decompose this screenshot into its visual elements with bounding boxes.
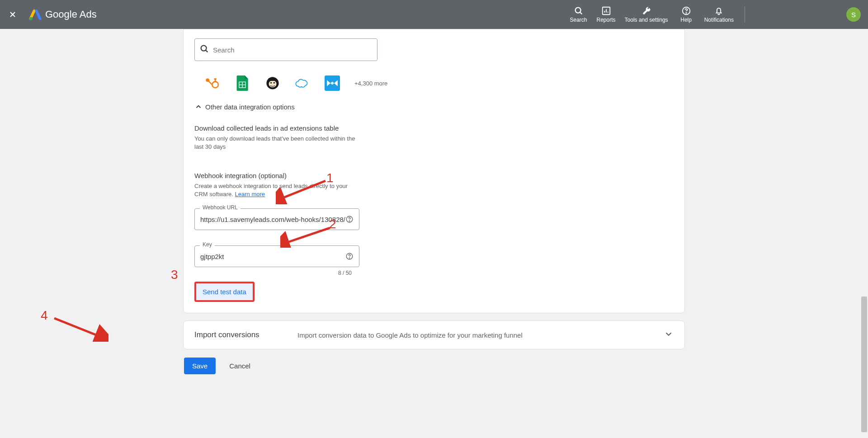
wrench-icon <box>642 6 651 16</box>
integration-icons: +4,300 more <box>205 75 674 91</box>
other-options-label: Other data integration options <box>205 103 295 111</box>
webhook-desc: Create a webhook integration to send lea… <box>194 182 357 198</box>
download-leads-desc: You can only download leads that've been… <box>194 135 357 151</box>
google-ads-logo-icon <box>29 8 42 21</box>
product-logo[interactable]: Google Ads <box>29 8 97 21</box>
integration-search-input[interactable] <box>213 46 373 54</box>
webhook-key-input[interactable] <box>200 253 345 260</box>
mailchimp-icon[interactable] <box>265 75 280 91</box>
import-conversions-desc: Import conversion data to Google Ads to … <box>297 331 664 339</box>
header-tools: Search Reports Tools and settings Help N… <box>570 6 734 23</box>
more-integrations-text[interactable]: +4,300 more <box>354 80 387 87</box>
svg-point-5 <box>201 46 207 51</box>
svg-point-11 <box>270 82 272 83</box>
help-icon[interactable] <box>345 215 354 223</box>
send-test-data-button[interactable]: Send test data <box>196 283 253 300</box>
svg-point-1 <box>575 8 580 13</box>
svg-point-15 <box>349 221 349 221</box>
other-options-toggle[interactable]: Other data integration options <box>194 103 674 111</box>
webhook-url-input[interactable] <box>200 216 345 223</box>
vertical-scrollbar[interactable] <box>860 29 868 438</box>
import-conversions-section[interactable]: Import conversions Import conversion dat… <box>183 320 685 349</box>
header-search[interactable]: Search <box>570 6 588 23</box>
scrollbar-thumb[interactable] <box>861 297 867 432</box>
learn-more-link[interactable]: Learn more <box>235 191 265 198</box>
salesforce-icon[interactable] <box>295 75 310 91</box>
svg-point-7 <box>207 79 209 81</box>
help-icon[interactable] <box>345 252 354 260</box>
help-icon <box>681 6 691 16</box>
search-icon <box>574 6 584 16</box>
header-separator <box>745 6 745 23</box>
svg-point-6 <box>212 82 218 88</box>
form-footer: Save Cancel <box>183 358 685 374</box>
campaign-monitor-icon[interactable] <box>325 75 340 91</box>
svg-point-0 <box>29 17 33 20</box>
webhook-title: Webhook integration (optional) <box>194 172 674 179</box>
svg-point-4 <box>686 13 686 13</box>
chevron-down-icon <box>664 329 674 341</box>
webhook-url-label: Webhook URL <box>200 204 241 211</box>
webhook-url-field: Webhook URL <box>194 208 359 230</box>
lead-form-card: +4,300 more Other data integration optio… <box>183 29 685 313</box>
svg-point-12 <box>274 82 275 83</box>
bell-icon <box>714 6 724 16</box>
save-button[interactable]: Save <box>184 358 216 374</box>
webhook-key-field: Key <box>194 245 359 267</box>
search-icon <box>199 44 209 56</box>
header-tools-settings[interactable]: Tools and settings <box>625 6 668 23</box>
key-char-counter: 8 / 50 <box>194 270 352 276</box>
product-name: Google Ads <box>45 9 97 20</box>
header-reports[interactable]: Reports <box>597 6 616 23</box>
import-conversions-title: Import conversions <box>194 330 297 339</box>
integration-search[interactable] <box>194 38 377 61</box>
webhook-key-label: Key <box>200 241 215 248</box>
reports-icon <box>601 6 611 16</box>
header-help[interactable]: Help <box>677 6 695 23</box>
cancel-button[interactable]: Cancel <box>229 362 250 370</box>
svg-point-17 <box>349 258 349 258</box>
download-leads-title: Download collected leads in ad extension… <box>194 124 674 132</box>
hubspot-icon[interactable] <box>205 75 221 91</box>
chevron-up-icon <box>194 103 203 111</box>
google-sheets-icon[interactable] <box>235 75 250 91</box>
account-avatar[interactable]: S <box>846 7 861 22</box>
send-test-data-highlight: Send test data <box>194 282 255 302</box>
app-header: Google Ads Search Reports Tools and sett… <box>0 0 868 29</box>
header-notifications[interactable]: Notifications <box>704 6 734 23</box>
close-icon[interactable] <box>7 9 18 20</box>
